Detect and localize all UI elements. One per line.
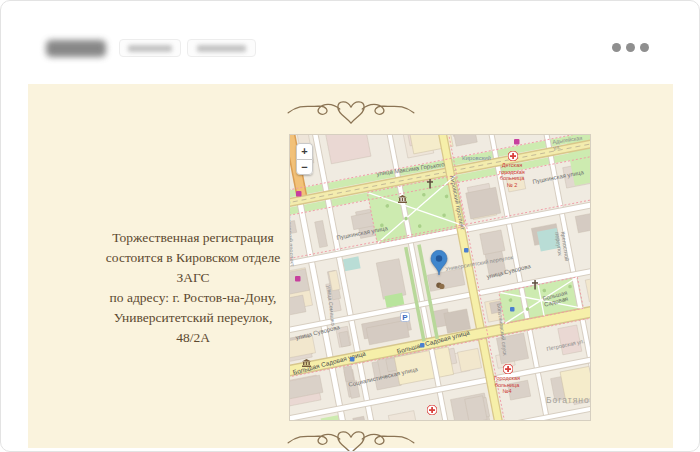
hospital-icon — [503, 364, 513, 374]
invitation-line: 48/2А — [63, 328, 323, 348]
invitation-line: Торжественная регистрация — [63, 228, 323, 248]
map-label: Кировский проспект — [449, 175, 465, 231]
map-label: Ворошиловский проспект — [289, 201, 296, 266]
shop-icon — [295, 276, 301, 282]
heart-flourish-icon — [285, 95, 417, 125]
signal-icon — [350, 357, 355, 362]
church-icon — [531, 280, 539, 290]
map-widget[interactable]: улица Максима ГорькогоПушкинская улицаПу… — [289, 134, 591, 421]
map-label: улица Суворова — [486, 263, 531, 280]
map-label: Университетский переулок — [445, 254, 513, 272]
map-label: Кировский — [462, 155, 491, 161]
map-label: улица Семашко — [326, 285, 336, 326]
svg-text:P: P — [402, 313, 408, 322]
heart-flourish-icon — [285, 425, 417, 452]
browser-card: Торжественная регистрациясостоится в Кир… — [0, 0, 700, 452]
nav-item-blurred-2[interactable] — [187, 39, 256, 57]
map-zoom-controls: + − — [296, 143, 313, 175]
hospital-icon — [508, 151, 518, 161]
map-label: Детская городская больница № 2 — [490, 162, 534, 188]
map-label: Социалистическая улица — [348, 366, 418, 388]
blurred-text — [128, 45, 171, 52]
map-label: Городская больница №4 — [485, 375, 529, 395]
map-label: улица Суворова — [295, 324, 340, 341]
map-label: Адыгейская ул. — [552, 134, 591, 151]
map-label: Богатяновка — [546, 395, 591, 405]
site-logo-blurred[interactable] — [46, 40, 106, 57]
blurred-text — [197, 45, 245, 52]
zoom-in-button[interactable]: + — [296, 143, 313, 159]
parking-icon: P — [400, 312, 410, 322]
nav-item-blurred-1[interactable] — [119, 39, 181, 57]
museum-icon — [302, 359, 311, 367]
map-overlay: улица Максима ГорькогоПушкинская улицаПу… — [290, 135, 590, 420]
map-label: Крепостной переулок — [554, 231, 570, 262]
more-options-icon[interactable] — [612, 43, 649, 52]
map-label: улица Максима Горького — [376, 161, 445, 177]
location-pin-icon[interactable] — [429, 250, 449, 276]
invitation-line: ЗАГС — [63, 268, 323, 288]
zoom-out-button[interactable]: − — [296, 159, 313, 175]
signal-icon — [510, 307, 515, 312]
map-label: Пушкинская улица — [532, 169, 584, 185]
map-label: Большая Садовая улица — [396, 329, 470, 355]
invitation-line: по адресу: г. Ростов-на-Дону, — [63, 288, 323, 308]
church-icon — [426, 179, 434, 189]
shop-icon — [296, 191, 302, 197]
museum-icon — [398, 195, 407, 203]
map-label: Пушкинская улица — [336, 225, 388, 241]
theater-icon — [436, 282, 445, 290]
invitation-line: состоится в Кировском отделе — [63, 248, 323, 268]
map-label: Богатяновский спуск — [496, 303, 508, 356]
signal-icon — [420, 343, 425, 348]
map-label: Петровская ул. — [546, 338, 585, 352]
invitation-line: Университетский переулок, — [63, 308, 323, 328]
shop-icon — [514, 139, 520, 145]
map-label: Большая Садовая — [542, 284, 591, 308]
hospital-icon — [427, 405, 437, 415]
invitation-text: Торжественная регистрациясостоится в Кир… — [63, 228, 323, 348]
signal-icon — [464, 248, 469, 253]
